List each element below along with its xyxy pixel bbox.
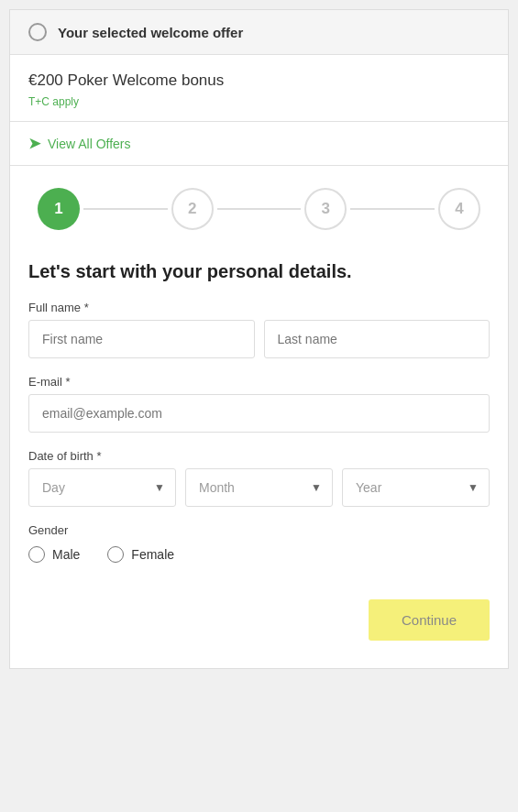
step-1: 1 — [38, 188, 80, 230]
month-select[interactable]: Month January February March April May J… — [185, 468, 333, 507]
step-3: 3 — [304, 188, 347, 230]
email-group: E-mail * — [28, 375, 490, 433]
male-option[interactable]: Male — [28, 546, 80, 563]
continue-button[interactable]: Continue — [369, 599, 490, 641]
form-section: Let's start with your personal details. … — [10, 252, 508, 668]
year-select[interactable]: Year 20262025202420232022202120202019201… — [342, 468, 490, 507]
offer-radio-icon — [28, 23, 47, 41]
main-container: Your selected welcome offer €200 Poker W… — [9, 9, 509, 669]
full-name-label: Full name * — [28, 301, 490, 314]
email-label: E-mail * — [28, 375, 490, 389]
male-radio[interactable] — [28, 546, 45, 563]
gender-radio-group: Male Female — [28, 546, 490, 563]
step-line-2 — [217, 208, 302, 210]
dob-row: Day for(let i=1;i<=31;i++) document.writ… — [28, 468, 490, 507]
welcome-offer-section: Your selected welcome offer — [10, 10, 508, 55]
continue-btn-row: Continue — [28, 590, 490, 641]
gender-label: Gender — [28, 523, 490, 537]
year-select-wrapper: Year 20262025202420232022202120202019201… — [342, 468, 490, 507]
step-1-label: 1 — [54, 200, 62, 218]
step-line-3 — [350, 208, 435, 210]
step-3-label: 3 — [322, 200, 330, 218]
chevron-right-icon: ➤ — [28, 135, 40, 152]
tc-apply-label: T+C apply — [28, 95, 490, 108]
step-2: 2 — [171, 188, 214, 230]
form-title: Let's start with your personal details. — [28, 261, 490, 282]
full-name-group: Full name * — [28, 301, 490, 358]
welcome-offer-title: Your selected welcome offer — [58, 25, 243, 40]
dob-label: Date of birth * — [28, 449, 490, 463]
female-label: Female — [131, 547, 174, 562]
view-offers-row[interactable]: ➤ View All Offers — [10, 122, 508, 166]
dob-group: Date of birth * Day for(let i=1;i<=31;i+… — [28, 449, 490, 507]
day-select-wrapper: Day for(let i=1;i<=31;i++) document.writ… — [28, 468, 176, 507]
month-select-wrapper: Month January February March April May J… — [185, 468, 333, 507]
female-radio[interactable] — [107, 546, 124, 563]
email-input[interactable] — [28, 394, 490, 433]
view-offers-link[interactable]: View All Offers — [48, 137, 131, 151]
last-name-input[interactable] — [264, 320, 490, 358]
bonus-title: €200 Poker Welcome bonus — [28, 71, 490, 90]
step-4-label: 4 — [455, 200, 463, 218]
day-select[interactable]: Day for(let i=1;i<=31;i++) document.writ… — [28, 468, 176, 507]
step-line-1 — [83, 208, 168, 210]
female-option[interactable]: Female — [107, 546, 174, 563]
name-row — [28, 320, 490, 358]
male-label: Male — [52, 547, 80, 562]
step-2-label: 2 — [188, 200, 196, 218]
stepper: 1 2 3 4 — [10, 166, 508, 252]
gender-section: Gender Male Female — [28, 523, 490, 563]
step-4: 4 — [438, 188, 480, 230]
first-name-input[interactable] — [28, 320, 255, 358]
bonus-section: €200 Poker Welcome bonus T+C apply — [10, 55, 508, 122]
